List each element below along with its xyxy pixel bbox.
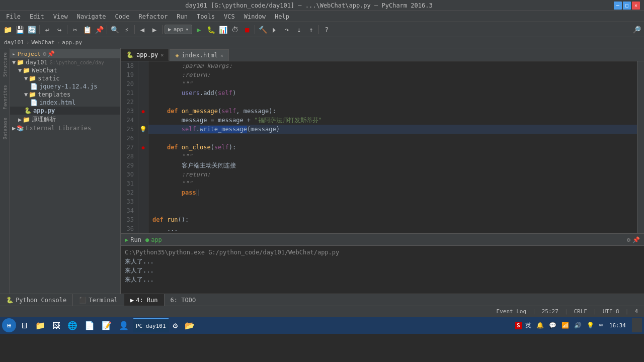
menu-vcs[interactable]: VCS [220, 12, 239, 21]
taskbar-files[interactable]: 📂 [182, 318, 198, 332]
tray-sogou[interactable]: S [515, 322, 522, 329]
menu-navigate[interactable]: Navigate [73, 12, 110, 21]
tab-todo[interactable]: 6: TODO [165, 294, 203, 306]
system-clock[interactable]: 16:34 [606, 322, 629, 329]
toolbar-stop[interactable]: ■ [242, 24, 253, 35]
line-content-32: pass| [148, 188, 201, 197]
maximize-button[interactable]: □ [623, 2, 631, 10]
tree-yuanli[interactable]: ▶ 📁 原理解析 [10, 115, 120, 124]
menu-window[interactable]: Window [240, 12, 270, 21]
vert-tab-structure[interactable]: Structure [2, 50, 9, 79]
tree-index-html[interactable]: 📄 index.html [10, 99, 120, 107]
taskbar-photos[interactable]: 🖼 [49, 318, 63, 332]
toolbar-search-struct[interactable]: ⚡ [121, 24, 132, 35]
menu-run[interactable]: Run [173, 12, 192, 21]
project-pin-icon[interactable]: 📌 [47, 50, 55, 57]
taskbar-folder[interactable]: 📁 [32, 318, 48, 332]
menu-view[interactable]: View [49, 12, 72, 21]
run-config-selector[interactable]: ▶ app ▾ [165, 25, 192, 34]
toolbar-sync[interactable]: 🔄 [26, 24, 37, 35]
tab-python-console[interactable]: 🐍 Python Console [0, 294, 73, 306]
menu-refactor[interactable]: Refactor [134, 12, 172, 21]
toolbar-debug-button[interactable]: 🐛 [205, 24, 216, 35]
toolbar-forward[interactable]: ▶ [149, 24, 160, 35]
taskbar-pycharm[interactable]: PC day101 [133, 318, 169, 332]
tray-keyboard[interactable]: ⌨ [598, 321, 604, 330]
taskbar-chrome[interactable]: 🌐 [64, 318, 80, 332]
tray-notify[interactable]: 🔔 [535, 321, 545, 330]
tab-run[interactable]: ▶ 4: Run [124, 294, 165, 306]
breadcrumb-webchat[interactable]: WebChat [31, 39, 54, 46]
toolbar-copy[interactable]: 📋 [82, 24, 93, 35]
tray-chat[interactable]: 💬 [547, 321, 558, 330]
start-button[interactable]: ⊞ [2, 318, 16, 332]
bottom-settings-icon[interactable]: ⚙ [627, 236, 630, 243]
toolbar-step-in[interactable]: ↓ [293, 24, 304, 35]
taskbar-user[interactable]: 👤 [116, 318, 132, 332]
status-line-col[interactable]: 25:27 [540, 308, 560, 315]
toolbar-find[interactable]: 🔍 [109, 24, 120, 35]
toolbar-undo[interactable]: ↩ [42, 24, 53, 35]
toolbar-resume[interactable]: ⏵ [269, 24, 280, 35]
tree-project-header[interactable]: ▸ Project ⚙ 📌 [10, 49, 120, 58]
menu-help[interactable]: Help [271, 12, 293, 21]
project-settings-icon[interactable]: ⚙ [43, 50, 46, 57]
status-sep-3: | [593, 308, 597, 315]
code-editor[interactable]: 18 :param kwargs: 19 :return: 20 """ [121, 61, 637, 233]
status-event-log[interactable]: Event Log [495, 308, 529, 315]
minimize-button[interactable]: ─ [614, 2, 622, 10]
tab-app-py[interactable]: 🐍 app.py ✕ [121, 49, 169, 61]
tray-volume[interactable]: 🔊 [573, 321, 583, 330]
toolbar-step-out[interactable]: ↑ [305, 24, 316, 35]
run-icon: ▶ [130, 297, 134, 304]
toolbar-open-folder[interactable]: 📁 [2, 24, 13, 35]
taskbar-notepad[interactable]: 📄 [82, 318, 98, 332]
tab-index-html[interactable]: ◈ index.html ✕ [170, 49, 229, 61]
breadcrumb-apppy[interactable]: app.py [62, 39, 82, 46]
bottom-pin-icon[interactable]: 📌 [632, 236, 640, 243]
toolbar-run-button[interactable]: ▶ [193, 24, 204, 35]
toolbar-build[interactable]: 🔨 [257, 24, 268, 35]
vert-tab-favorites[interactable]: Favorites [2, 83, 9, 112]
tray-ime[interactable]: 英 [524, 320, 533, 331]
tree-day101[interactable]: ▼ 📁 day101 G:\python_code/day [10, 58, 120, 66]
menu-edit[interactable]: Edit [26, 12, 48, 21]
menu-file[interactable]: File [2, 12, 25, 21]
tab-app-py-close[interactable]: ✕ [160, 52, 164, 58]
tray-battery[interactable]: 💡 [585, 321, 596, 330]
toolbar-cut[interactable]: ✂ [69, 24, 80, 35]
status-crlf[interactable]: CRLF [572, 308, 590, 315]
tab-index-html-close[interactable]: ✕ [220, 53, 223, 58]
toolbar-save[interactable]: 💾 [14, 24, 25, 35]
bulb-icon-25[interactable]: 💡 [139, 126, 147, 133]
taskbar-explorer[interactable]: 🖥 [17, 318, 31, 332]
toolbar-step-over[interactable]: ↷ [281, 24, 292, 35]
menu-code[interactable]: Code [111, 12, 134, 21]
toolbar-redo[interactable]: ↪ [54, 24, 65, 35]
tree-webchat[interactable]: ▼ 📁 WebChat [10, 66, 120, 74]
toolbar-coverage[interactable]: 📊 [217, 24, 228, 35]
close-button[interactable]: ✕ [632, 2, 640, 10]
toolbar-paste[interactable]: 📌 [94, 24, 105, 35]
toolbar-back[interactable]: ◀ [137, 24, 148, 35]
tray-wifi[interactable]: 📶 [560, 321, 571, 330]
breadcrumb-day101[interactable]: day101 [4, 39, 24, 46]
taskbar-settings[interactable]: ⚙ [170, 318, 181, 332]
tree-jquery[interactable]: 📄 jquery-1.12.4.js [10, 82, 120, 90]
tab-terminal[interactable]: ⬛ Terminal [73, 294, 124, 306]
tree-app-py[interactable]: 🐍 app.py [10, 107, 120, 115]
tree-ext-lib[interactable]: ▶ 📚 External Libraries [10, 124, 120, 132]
line-gutter-25: 💡 [138, 125, 148, 134]
toolbar-help[interactable]: ? [321, 24, 332, 35]
vert-tab-database[interactable]: Database [2, 116, 9, 141]
toolbar-search-all[interactable]: 🔎 [631, 24, 642, 35]
tree-static[interactable]: ▼ 📁 static [10, 74, 120, 82]
show-desktop-button[interactable] [632, 318, 642, 332]
status-encoding[interactable]: UTF-8 [601, 308, 621, 315]
line-content-26 [148, 134, 156, 143]
menu-tools[interactable]: Tools [193, 12, 219, 21]
toolbar-profile[interactable]: ⏱ [229, 24, 240, 35]
tree-templates[interactable]: ▼ 📁 templates [10, 90, 120, 99]
taskbar-word[interactable]: 📝 [99, 318, 115, 332]
run-config-dropdown-icon: ▾ [186, 26, 189, 33]
